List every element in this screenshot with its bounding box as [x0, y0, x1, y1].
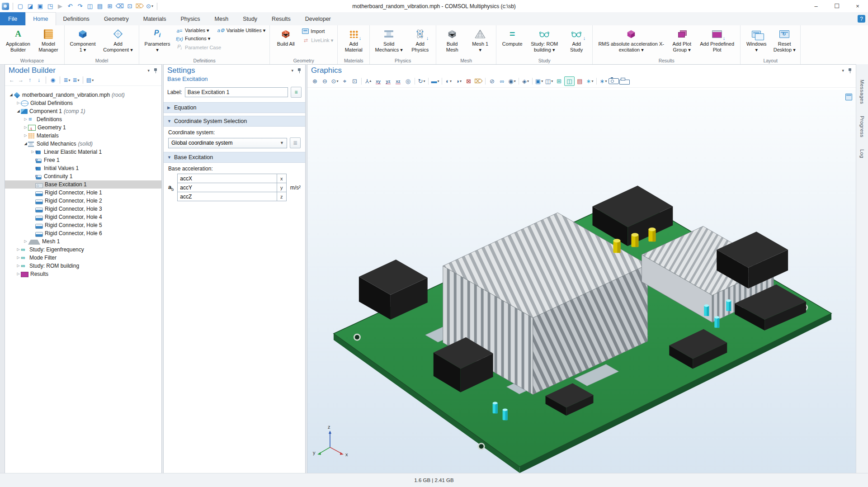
select-icon[interactable]: ⊡ — [125, 2, 134, 11]
pin-icon[interactable] — [297, 68, 302, 73]
dock-tab-log[interactable]: Log — [859, 149, 865, 158]
rotate-view-icon[interactable]: ↻▾ — [417, 77, 426, 85]
camera-projection-icon[interactable]: ◎ — [403, 77, 413, 85]
zoom-out-icon[interactable]: ⊖ — [320, 77, 330, 85]
pin-icon[interactable] — [848, 68, 852, 73]
hide-selected-icon[interactable]: ⊘ — [487, 77, 497, 85]
graphics-canvas[interactable]: z y x — [307, 90, 856, 473]
import-button[interactable]: ← Import — [301, 28, 335, 34]
tree-item[interactable]: Initial Values 1 — [5, 164, 161, 172]
tab-file[interactable]: File — [0, 12, 25, 25]
print-icon[interactable] — [619, 80, 630, 85]
scene-light-icon[interactable]: ◐▾ — [444, 77, 453, 85]
rename-button[interactable]: ≡ — [291, 87, 302, 98]
zoom-box-icon[interactable]: ⊙▾ — [330, 77, 340, 85]
tab-developer[interactable]: Developer — [298, 12, 338, 25]
tree-item[interactable]: ▷Mesh 1 — [5, 237, 161, 246]
compute-button[interactable]: = Compute — [498, 26, 526, 57]
tab-geometry[interactable]: Geometry — [97, 12, 136, 25]
expand-arrow-icon[interactable]: ▷ — [16, 262, 21, 270]
tree-item[interactable]: Rigid Connector, Hole 5 — [5, 221, 161, 229]
coordinate-system-select[interactable]: Global coordinate system ▼ — [168, 138, 287, 148]
tree-item[interactable]: Rigid Connector, Hole 4 — [5, 213, 161, 221]
component-1-button[interactable]: Component 1 ▾ — [66, 26, 99, 57]
solid-mechanics-button[interactable]: Solid Mechanics ▾ — [372, 26, 406, 57]
application-builder-button[interactable]: A Application Builder — [2, 26, 34, 57]
dock-tab-messages[interactable]: Messages — [859, 80, 865, 104]
functions-button[interactable]: f(x) Functions ▾ — [175, 35, 212, 42]
color-theme-icon[interactable]: ∗▾ — [585, 77, 594, 85]
copy-icon[interactable]: ◫ — [85, 2, 94, 11]
tree-item[interactable]: ▷Materials — [5, 132, 161, 140]
zoom-extents-icon[interactable]: ⌖ — [340, 77, 349, 85]
windows-button[interactable]: Windows ▾ — [742, 26, 770, 57]
add-component-button[interactable]: Add Component ▾ — [99, 26, 137, 57]
snapshot-icon[interactable] — [609, 78, 619, 84]
model-manager-button[interactable]: Model Manager — [34, 26, 62, 57]
panel-menu-icon[interactable]: ▾ — [842, 68, 844, 73]
graphics-settings-icon[interactable]: ∗▾ — [599, 77, 608, 85]
variable-utilities-button[interactable]: a⚙ Variable Utilities ▾ — [216, 27, 267, 34]
add-plot-group-button[interactable]: Add Plot Group ▾ — [668, 26, 696, 57]
add-predefined-plot-button[interactable]: ↓ Add Predefined Plot — [696, 26, 738, 57]
tree-item[interactable]: ▷Geometry 1 — [5, 123, 161, 132]
add-material-button[interactable]: ↓ Add Material — [340, 26, 368, 57]
tree-item[interactable]: ▷Mode Filter — [5, 254, 161, 262]
section-equation[interactable]: ▶ Equation — [164, 102, 305, 113]
tab-mesh[interactable]: Mesh — [208, 12, 236, 25]
tree-item[interactable]: ◢motherboard_random_vibration.mph(root) — [5, 91, 161, 99]
tab-definitions[interactable]: Definitions — [56, 12, 97, 25]
collapse-arrow-icon[interactable]: ◢ — [16, 107, 21, 115]
minimize-button[interactable]: – — [806, 0, 826, 12]
collapse-arrow-icon[interactable]: ◢ — [23, 140, 28, 148]
acc-z-input[interactable]: accZ — [177, 192, 277, 201]
export-image-icon[interactable]: ▤ — [575, 77, 585, 85]
tree-item[interactable]: ▷Linear Elastic Material 1 — [5, 148, 161, 156]
select-related-icon[interactable]: ∞ — [497, 77, 507, 85]
visibility-icon[interactable]: ◉▾ — [507, 77, 517, 85]
dock-plot-icon[interactable]: ⊞ — [554, 77, 564, 85]
move-down-icon[interactable]: ↓ — [35, 76, 43, 84]
window-layout-icon[interactable]: ◫▾ — [544, 77, 554, 85]
label-input[interactable]: Base Excitation 1 — [185, 87, 288, 97]
undo-icon[interactable]: ↶ — [66, 2, 75, 11]
duplicate-icon[interactable]: ⊞ — [105, 2, 114, 11]
acc-x-input[interactable]: accX — [177, 174, 277, 183]
expand-all-icon[interactable]: ≣▾ — [63, 76, 71, 84]
dock-tab-progress[interactable]: Progress — [859, 116, 865, 137]
clear-selection-icon[interactable]: ⌦ — [474, 77, 483, 85]
build-mesh-button[interactable]: Build Mesh — [438, 26, 466, 57]
redo-icon[interactable]: ↷ — [75, 2, 85, 11]
tree-item[interactable]: ▷Study: ROM building — [5, 262, 161, 270]
tab-materials[interactable]: Materials — [136, 12, 174, 25]
tab-study[interactable]: Study — [236, 12, 264, 25]
expand-arrow-icon[interactable]: ▷ — [30, 148, 35, 156]
expand-arrow-icon[interactable]: ▷ — [16, 99, 21, 107]
section-base-excitation[interactable]: ▼ Base Excitation — [164, 152, 305, 163]
select-box-icon[interactable]: ⊠ — [464, 77, 473, 85]
mesh-1-button[interactable]: Mesh 1 ▾ — [466, 26, 494, 57]
save-icon[interactable]: ▣ — [36, 2, 45, 11]
pin-icon[interactable] — [153, 68, 158, 73]
tree-item[interactable]: Rigid Connector, Hole 3 — [5, 205, 161, 213]
tree-item[interactable]: ▷Definitions — [5, 115, 161, 123]
expand-arrow-icon[interactable]: ▷ — [23, 237, 28, 246]
tab-physics[interactable]: Physics — [173, 12, 207, 25]
help-button[interactable]: ? — [858, 15, 865, 23]
run-icon[interactable]: ▶ — [56, 2, 65, 11]
collapse-all-icon[interactable]: ≣▾ — [72, 76, 80, 84]
expand-arrow-icon[interactable]: ▷ — [23, 123, 28, 132]
clear-icon[interactable]: ⌦ — [135, 2, 144, 11]
build-all-button[interactable]: Build All — [272, 26, 300, 57]
scene-graph-icon[interactable]: ◈▾ — [521, 77, 530, 85]
open-file-icon[interactable]: ◪ — [26, 2, 35, 11]
paste-icon[interactable]: ▤ — [95, 2, 104, 11]
tree-item[interactable]: Rigid Connector, Hole 1 — [5, 189, 161, 197]
add-physics-button[interactable]: ↓ Add Physics — [406, 26, 434, 57]
panel-menu-icon[interactable]: ▾ — [147, 68, 150, 73]
delete-icon[interactable]: ⌫ — [115, 2, 124, 11]
tree-item[interactable]: ◢Solid Mechanics(solid) — [5, 140, 161, 148]
zoom-to-selection-icon[interactable]: ⊡ — [350, 77, 359, 85]
undock-plot-icon[interactable]: ◫ — [564, 76, 575, 86]
tree-item[interactable]: ▷Global Definitions — [5, 99, 161, 107]
